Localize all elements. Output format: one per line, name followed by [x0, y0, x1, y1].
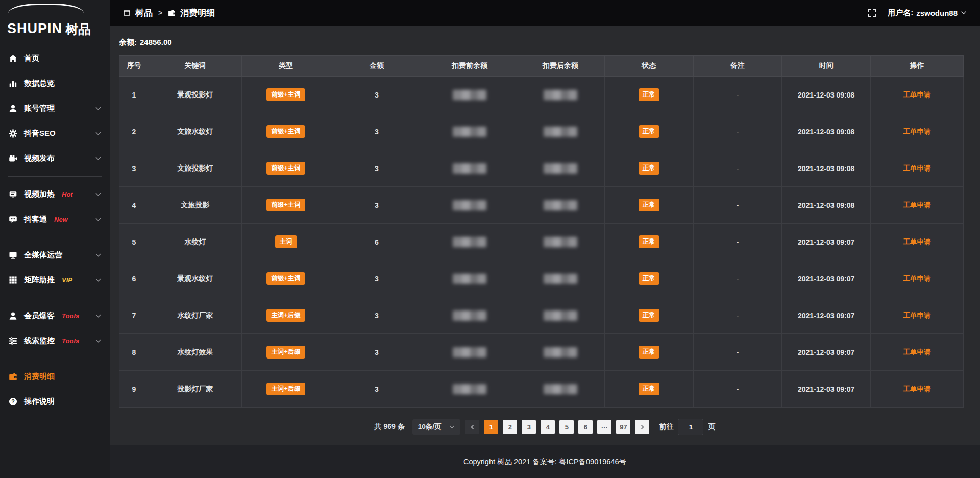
cell-status: 正常 — [605, 334, 694, 371]
remark-value: - — [737, 275, 739, 283]
logo-arc — [8, 4, 84, 13]
cell-balance-before — [423, 113, 516, 150]
next-page-button[interactable] — [635, 420, 649, 434]
work-order-link[interactable]: 工单申请 — [903, 91, 930, 99]
work-order-link[interactable]: 工单申请 — [903, 385, 930, 393]
cell-index: 6 — [119, 260, 149, 297]
sliders-icon — [8, 337, 17, 346]
sidebar-item-video[interactable]: 视频发布 — [0, 146, 110, 171]
work-order-link[interactable]: 工单申请 — [903, 164, 930, 172]
sidebar-item-question[interactable]: ?操作说明 — [0, 389, 110, 414]
sidebar-item-label: 矩阵助推 — [24, 275, 55, 285]
video-icon — [8, 154, 17, 163]
page-button-3[interactable]: 3 — [522, 420, 536, 434]
goto-suffix: 页 — [708, 422, 715, 432]
cell-type: 主词+后缀 — [241, 334, 330, 371]
pagination-total: 共 969 条 — [375, 422, 405, 432]
cell-time: 2021-12-03 09:07 — [782, 371, 871, 408]
page-size-select[interactable]: 10条/页 — [412, 419, 461, 435]
status-badge: 正常 — [639, 235, 659, 248]
remark-value: - — [737, 238, 739, 246]
cell-balance-before — [423, 371, 516, 408]
status-badge: 正常 — [639, 125, 659, 138]
remark-value: - — [737, 385, 739, 393]
sidebar-item-home[interactable]: 首页 — [0, 46, 110, 71]
page-button-2[interactable]: 2 — [503, 420, 517, 434]
chevron-right-icon — [640, 424, 645, 430]
cell-keyword: 投影灯厂家 — [149, 371, 241, 408]
work-order-link[interactable]: 工单申请 — [903, 348, 930, 356]
fullscreen-icon[interactable] — [868, 9, 876, 17]
sidebar-item-label: 线索监控 — [24, 336, 55, 346]
sidebar-item-chat[interactable]: 抖客通New — [0, 207, 110, 232]
cell-amount: 3 — [330, 77, 423, 113]
column-header: 关键词 — [149, 56, 241, 77]
page-button-1[interactable]: 1 — [484, 420, 498, 434]
sidebar-item-chart[interactable]: 数据总览 — [0, 71, 110, 96]
breadcrumb-current: 消费明细 — [180, 7, 215, 19]
sidebar-item-label: 操作说明 — [24, 397, 55, 407]
cell-balance-after — [516, 334, 605, 371]
cell-balance-after — [516, 77, 605, 113]
work-order-link[interactable]: 工单申请 — [903, 275, 930, 282]
cell-status: 正常 — [605, 150, 694, 187]
chevron-down-icon — [95, 105, 102, 112]
type-badge: 前缀+主词 — [266, 199, 305, 211]
cell-index: 8 — [119, 334, 149, 371]
sidebar-item-wallet[interactable]: 消费明细 — [0, 364, 110, 389]
column-header: 扣费后余额 — [516, 56, 605, 77]
page-button-5[interactable]: 5 — [559, 420, 574, 434]
sidebar-item-grid[interactable]: 矩阵助推VIP — [0, 268, 110, 293]
cell-balance-after — [516, 150, 605, 187]
cell-keyword: 文旅投影 — [149, 187, 241, 224]
cell-action: 工单申请 — [870, 224, 963, 260]
page-button-4[interactable]: 4 — [541, 420, 555, 434]
chevron-down-icon — [95, 155, 102, 162]
column-header: 金额 — [330, 56, 423, 77]
cell-index: 7 — [119, 297, 149, 334]
page-button-97[interactable]: 97 — [616, 420, 630, 434]
more-pages-button[interactable]: ··· — [597, 420, 611, 434]
cell-amount: 3 — [330, 260, 423, 297]
cell-balance-after — [516, 297, 605, 334]
cell-status: 正常 — [605, 187, 694, 224]
sidebar-item-user[interactable]: 账号管理 — [0, 96, 110, 121]
column-header: 操作 — [870, 56, 963, 77]
topbar-right: 用户名: zswodun88 — [868, 8, 967, 18]
sidebar-item-member[interactable]: 会员爆客Tools — [0, 303, 110, 328]
chevron-down-icon — [95, 252, 102, 258]
work-order-link[interactable]: 工单申请 — [903, 238, 930, 246]
chevron-down-icon — [95, 216, 102, 223]
blurred-balance-before — [453, 127, 486, 137]
table-row: 7水纹灯厂家主词+后缀3正常-2021-12-03 09:07工单申请 — [119, 297, 964, 334]
page-button-6[interactable]: 6 — [578, 420, 593, 434]
question-icon: ? — [8, 397, 17, 407]
blurred-balance-before — [453, 237, 486, 247]
sidebar-item-sliders[interactable]: 线索监控Tools — [0, 328, 110, 353]
column-header: 备注 — [693, 56, 782, 77]
cell-remark: - — [693, 150, 782, 187]
cell-type: 前缀+主词 — [241, 77, 330, 113]
chevron-down-icon — [95, 338, 102, 344]
sidebar-item-label: 视频加热 — [24, 189, 55, 199]
goto-page-input[interactable] — [678, 419, 703, 435]
sidebar-item-monitor[interactable]: 全媒体运营 — [0, 243, 110, 268]
user-menu[interactable]: 用户名: zswodun88 — [888, 8, 967, 18]
work-order-link[interactable]: 工单申请 — [903, 312, 930, 319]
cell-index: 1 — [119, 77, 149, 113]
sidebar-item-heat[interactable]: 视频加热Hot — [0, 182, 110, 207]
type-badge: 前缀+主词 — [266, 272, 305, 285]
status-badge: 正常 — [639, 272, 659, 285]
blurred-balance-after — [544, 127, 577, 137]
cell-balance-before — [423, 334, 516, 371]
work-order-link[interactable]: 工单申请 — [903, 128, 930, 135]
prev-page-button[interactable] — [465, 420, 479, 434]
breadcrumb-home[interactable]: 树品 — [135, 7, 153, 19]
footer: Copyright 树品 2021 备案号: 粤ICP备09019646号 — [110, 445, 980, 478]
cell-keyword: 文旅投影灯 — [149, 150, 241, 187]
work-order-link[interactable]: 工单申请 — [903, 201, 930, 209]
sidebar-item-gear[interactable]: 抖音SEO — [0, 121, 110, 146]
sidebar-divider — [8, 176, 102, 177]
type-badge: 前缀+主词 — [266, 88, 305, 101]
cell-amount: 3 — [330, 113, 423, 150]
